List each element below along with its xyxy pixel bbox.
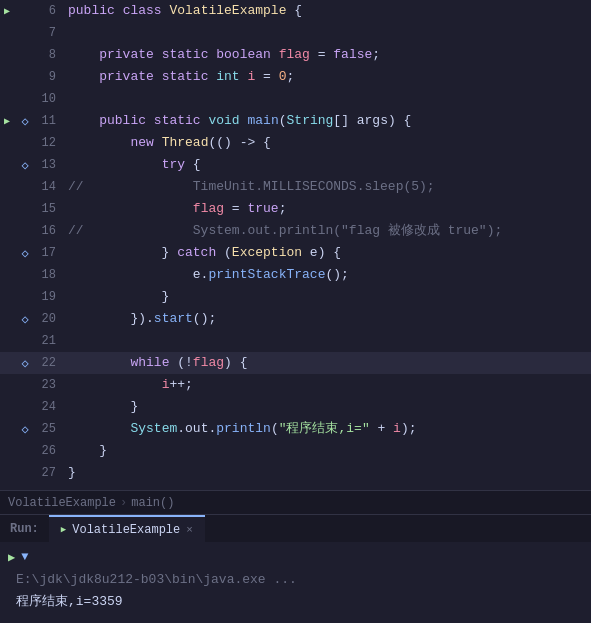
breadcrumb-class: VolatileExample (8, 496, 116, 510)
line-number: 24 (36, 400, 56, 414)
breakpoint-icon[interactable]: ◇ (18, 312, 32, 326)
console-run-icon[interactable]: ▶ (8, 550, 15, 565)
line-gutter: 21 (0, 334, 60, 348)
run-gutter-icon[interactable] (0, 444, 14, 458)
editor-container: ▶6public class VolatileExample {78 priva… (0, 0, 591, 620)
breadcrumb-bar: VolatileExample › main() (0, 490, 591, 514)
run-gutter-icon[interactable] (0, 136, 14, 150)
line-gutter: ◇22 (0, 356, 60, 370)
code-line: ◇20 }).start(); (0, 308, 591, 330)
breakpoint-icon[interactable] (18, 444, 32, 458)
code-line: ▶6public class VolatileExample { (0, 0, 591, 22)
console-down-icon[interactable]: ▼ (21, 550, 28, 564)
run-tab-volatile[interactable]: ▶ VolatileExample × (49, 515, 205, 543)
line-gutter: 19 (0, 290, 60, 304)
line-gutter: 9 (0, 70, 60, 84)
breakpoint-icon[interactable] (18, 48, 32, 62)
line-number: 27 (36, 466, 56, 480)
breakpoint-icon[interactable] (18, 334, 32, 348)
code-line: 27} (0, 462, 591, 484)
run-tab-icon: ▶ (61, 524, 66, 535)
code-editor[interactable]: ▶6public class VolatileExample {78 priva… (0, 0, 591, 490)
line-gutter: ▶◇11 (0, 114, 60, 128)
breakpoint-icon[interactable]: ◇ (18, 114, 32, 128)
run-gutter-icon[interactable] (0, 312, 14, 326)
line-number: 23 (36, 378, 56, 392)
breakpoint-icon[interactable] (18, 202, 32, 216)
breadcrumb-separator: › (120, 496, 127, 510)
line-number: 12 (36, 136, 56, 150)
breadcrumb-method: main() (131, 496, 174, 510)
run-gutter-icon[interactable] (0, 224, 14, 238)
line-number: 11 (36, 114, 56, 128)
run-tab-close-icon[interactable]: × (186, 524, 193, 536)
line-gutter: 16 (0, 224, 60, 238)
run-gutter-icon[interactable] (0, 400, 14, 414)
breakpoint-icon[interactable] (18, 180, 32, 194)
code-content: } (60, 440, 591, 462)
code-content: flag = true; (60, 198, 591, 220)
run-gutter-icon[interactable] (0, 334, 14, 348)
code-line: ◇25 System.out.println("程序结束,i=" + i); (0, 418, 591, 440)
code-line: 26 } (0, 440, 591, 462)
code-line: 12 new Thread(() -> { (0, 132, 591, 154)
line-gutter: 7 (0, 26, 60, 40)
console-output-line: 程序结束,i=3359 (0, 590, 591, 612)
breakpoint-icon[interactable] (18, 268, 32, 282)
breakpoint-icon[interactable] (18, 26, 32, 40)
breakpoint-icon[interactable] (18, 224, 32, 238)
run-gutter-icon[interactable] (0, 26, 14, 40)
breakpoint-icon[interactable]: ◇ (18, 356, 32, 370)
line-number: 13 (36, 158, 56, 172)
run-gutter-icon[interactable] (0, 422, 14, 436)
run-gutter-icon[interactable] (0, 158, 14, 172)
breakpoint-icon[interactable] (18, 378, 32, 392)
run-gutter-icon[interactable] (0, 356, 14, 370)
code-content: new Thread(() -> { (60, 132, 591, 154)
breakpoint-icon[interactable] (18, 136, 32, 150)
run-gutter-icon[interactable] (0, 180, 14, 194)
line-gutter: ◇17 (0, 246, 60, 260)
breakpoint-icon[interactable] (18, 290, 32, 304)
breakpoint-icon[interactable] (18, 466, 32, 480)
line-number: 22 (36, 356, 56, 370)
run-gutter-icon[interactable]: ▶ (0, 4, 14, 18)
line-number: 8 (36, 48, 56, 62)
code-line: ◇22 while (!flag) { (0, 352, 591, 374)
line-number: 14 (36, 180, 56, 194)
line-gutter: 12 (0, 136, 60, 150)
breakpoint-icon[interactable]: ◇ (18, 246, 32, 260)
run-gutter-icon[interactable] (0, 246, 14, 260)
run-gutter-icon[interactable] (0, 268, 14, 282)
run-gutter-icon[interactable] (0, 378, 14, 392)
run-gutter-icon[interactable] (0, 466, 14, 480)
run-gutter-icon[interactable] (0, 70, 14, 84)
run-gutter-icon[interactable]: ▶ (0, 114, 14, 128)
code-line: 8 private static boolean flag = false; (0, 44, 591, 66)
console-cmd-text: E:\jdk\jdk8u212-b03\bin\java.exe ... (16, 572, 297, 587)
line-gutter: 15 (0, 202, 60, 216)
console-toolbar: ▶ ▼ (0, 546, 591, 568)
run-gutter-icon[interactable] (0, 92, 14, 106)
breakpoint-icon[interactable]: ◇ (18, 158, 32, 172)
code-line: 16// System.out.println("flag 被修改成 true"… (0, 220, 591, 242)
run-gutter-icon[interactable] (0, 290, 14, 304)
run-gutter-icon[interactable] (0, 48, 14, 62)
run-gutter-icon[interactable] (0, 202, 14, 216)
breakpoint-icon[interactable] (18, 70, 32, 84)
line-gutter: 10 (0, 92, 60, 106)
line-number: 7 (36, 26, 56, 40)
code-line: 15 flag = true; (0, 198, 591, 220)
console-area: ▶ ▼ E:\jdk\jdk8u212-b03\bin\java.exe ...… (0, 542, 591, 620)
code-content: } (60, 286, 591, 308)
run-tabbar: Run: ▶ VolatileExample × (0, 514, 591, 542)
line-number: 18 (36, 268, 56, 282)
code-content: while (!flag) { (60, 352, 591, 374)
line-gutter: 26 (0, 444, 60, 458)
breakpoint-icon[interactable]: ◇ (18, 422, 32, 436)
code-content: try { (60, 154, 591, 176)
breakpoint-icon[interactable] (18, 400, 32, 414)
breakpoint-icon[interactable] (18, 92, 32, 106)
breakpoint-icon[interactable] (18, 4, 32, 18)
code-content: private static int i = 0; (60, 66, 591, 88)
